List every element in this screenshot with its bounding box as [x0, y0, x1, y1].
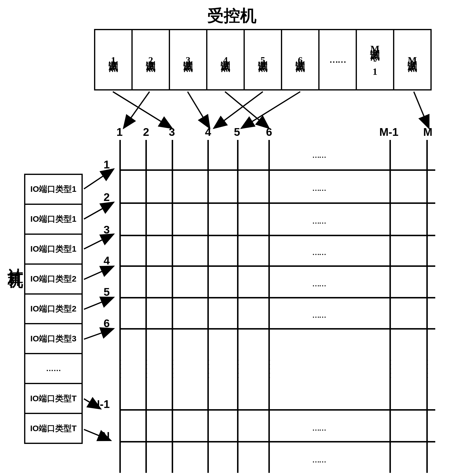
- col-label-3: 3: [169, 125, 175, 138]
- test-point-2: 测试点2: [133, 30, 170, 89]
- row-label-3: 3: [76, 223, 110, 236]
- row-ellipsis-m1: ●●●●●: [388, 358, 392, 380]
- col-ellipsis-0: ……: [312, 151, 326, 159]
- arrow-io5-row5: [84, 297, 114, 309]
- vline-4: [207, 140, 209, 473]
- vline-6: [268, 140, 270, 473]
- arrow-io4-row4: [84, 266, 114, 279]
- vline-3: [172, 140, 173, 473]
- test-point-3: 测试点3: [170, 30, 207, 89]
- hline-6: [119, 328, 435, 330]
- row-label-n: N: [76, 429, 110, 442]
- row-label-6: 6: [76, 317, 110, 330]
- col-label-m-1: M-1: [379, 125, 398, 138]
- col-ellipsis-n: ……: [312, 456, 326, 464]
- row-ellipsis-2: ●●●●●: [144, 358, 148, 380]
- io-port-type-1-a: IO端口类型1: [25, 175, 82, 205]
- vline-m: [426, 140, 428, 473]
- io-port-type-t-b: IO端口类型T: [25, 414, 82, 443]
- col-ellipsis-5: ……: [312, 311, 326, 319]
- hline-2: [119, 202, 435, 204]
- row-ellipsis-6: ●●●●●: [267, 358, 271, 380]
- col-ellipsis-2: ……: [312, 217, 326, 225]
- col-label-6: 6: [266, 125, 272, 138]
- hline-4: [119, 265, 435, 267]
- io-port-ellipsis: ……: [25, 354, 82, 384]
- hline-1: [119, 169, 435, 171]
- arrow-tp2-col1: [123, 92, 150, 128]
- arrow-io1-row1: [84, 169, 114, 189]
- col-label-2: 2: [143, 125, 149, 138]
- col-ellipsis-n1: ……: [312, 424, 326, 432]
- col-label-5: 5: [234, 125, 240, 138]
- arrow-tp5-col4b: [214, 92, 263, 128]
- arrow-io3-row3: [84, 234, 114, 249]
- col-ellipsis-4: ……: [312, 280, 326, 288]
- hline-5: [119, 297, 435, 298]
- controlled-machine-title: 受控机: [207, 5, 257, 27]
- vline-2: [145, 140, 147, 473]
- arrow-tp3-col4: [188, 92, 210, 128]
- row-label-4: 4: [76, 254, 110, 267]
- arrow-tp6-col5: [241, 92, 300, 128]
- col-label-m: M: [423, 125, 432, 138]
- computer-title: 计算机: [5, 256, 26, 263]
- arrow-io6-row6: [84, 329, 114, 339]
- row-label-5: 5: [76, 285, 110, 298]
- io-port-type-2-a: IO端口类型2: [25, 265, 82, 295]
- switch-matrix-grid: 1 2 3 4 5 6 M-1 M 1 2 3 4 5 6 N-1 N: [119, 130, 435, 473]
- io-port-type-1-b: IO端口类型1: [25, 205, 82, 235]
- arrow-tp1-col3: [113, 92, 172, 128]
- test-point-1: 测试点1: [95, 30, 133, 89]
- test-point-m: 测试点M: [394, 30, 430, 89]
- row-label-1: 1: [76, 158, 110, 171]
- controlled-machine-box: 测试点1 测试点2 测试点3 测试点4 测试点5 测试点6 …… 测试点M-1 …: [94, 29, 432, 90]
- hline-n: [119, 441, 435, 442]
- col-ellipsis-3: ……: [312, 248, 326, 257]
- io-port-type-1-c: IO端口类型1: [25, 235, 82, 265]
- row-ellipsis-3: ●●●●●: [170, 358, 174, 380]
- row-ellipsis-4: ●●●●●: [206, 358, 210, 380]
- computer-box: IO端口类型1 IO端口类型1 IO端口类型1 IO端口类型2 IO端口类型2 …: [24, 174, 83, 444]
- col-ellipsis-1: ……: [312, 184, 326, 193]
- row-label-2: 2: [76, 191, 110, 204]
- col-label-4: 4: [205, 125, 211, 138]
- col-label-1: 1: [116, 125, 123, 138]
- vline-m-1: [389, 140, 391, 473]
- vline-1: [119, 140, 121, 473]
- hline-3: [119, 235, 435, 236]
- io-port-type-t-a: IO端口类型T: [25, 384, 82, 414]
- io-port-type-2-b: IO端口类型2: [25, 295, 82, 324]
- test-point-6: 测试点6: [282, 30, 320, 89]
- test-point-m-1: 测试点M-1: [357, 30, 394, 89]
- row-ellipsis-1: ●●●●●: [118, 358, 122, 380]
- test-point-4: 测试点4: [207, 30, 245, 89]
- arrow-io2-row2: [84, 202, 114, 219]
- test-point-5: 测试点5: [245, 30, 282, 89]
- vline-5: [237, 140, 238, 473]
- hline-n-1: [119, 409, 435, 411]
- grid-lines: …… …… …… …… …… …… …… …… ●●●●● ●●●●● ●●●●…: [119, 140, 435, 476]
- row-ellipsis-m: ●●●●●: [425, 358, 429, 380]
- test-point-ellipsis: ……: [320, 30, 357, 89]
- io-port-type-3: IO端口类型3: [25, 324, 82, 354]
- row-label-n-1: N-1: [76, 398, 110, 411]
- arrow-tp4-col6: [225, 92, 269, 128]
- arrow-tpm-colm: [414, 92, 429, 128]
- column-labels: 1 2 3 4 5 6 M-1 M: [119, 125, 435, 140]
- row-ellipsis-5: ●●●●●: [236, 358, 240, 380]
